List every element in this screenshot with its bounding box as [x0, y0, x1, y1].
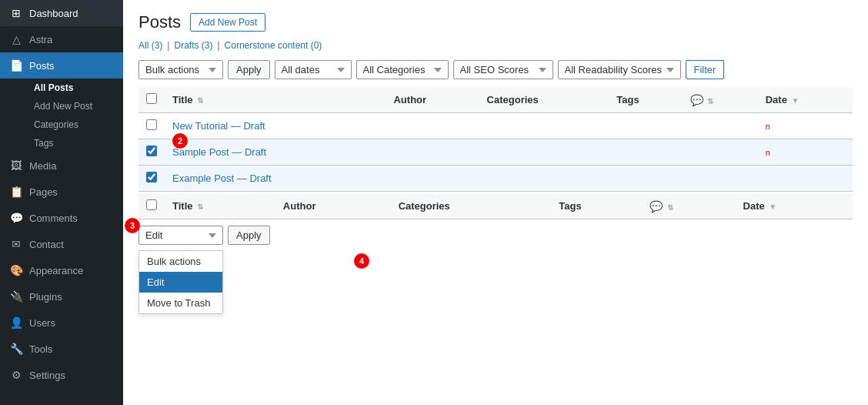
title-sort-icon[interactable]: ⇅	[197, 96, 203, 105]
page-header: Posts Add New Post 1	[139, 12, 853, 32]
dropdown-move-to-trash[interactable]: Move to Trash	[139, 293, 222, 313]
filter-links: All (3) | Drafts (3) | Cornerstone conte…	[139, 40, 853, 51]
bulk-actions-dropdown-menu: Bulk actions Edit Move to Trash	[139, 250, 223, 314]
sidebar-item-posts[interactable]: 📄 Posts	[0, 52, 123, 79]
bottom-toolbar: 3 Bulk actions Edit Move to Trash Bulk a…	[139, 226, 853, 245]
readability-select[interactable]: All Readability Scores	[558, 60, 681, 79]
tags-column-header: Tags	[609, 87, 683, 113]
dashboard-icon: ⊞	[9, 6, 23, 20]
row3-tags	[609, 166, 683, 192]
row2-checkbox-cell: 2	[139, 139, 165, 166]
row1-checkbox[interactable]	[146, 119, 157, 130]
top-apply-button[interactable]: Apply	[228, 60, 270, 79]
filter-all[interactable]: All (3)	[139, 40, 162, 51]
row3-checkbox-cell	[139, 166, 165, 192]
date-sort-icon[interactable]: ▼	[792, 96, 800, 105]
sidebar-item-settings[interactable]: ⚙ Settings	[0, 362, 123, 388]
bottom-bulk-actions-container: Bulk actions Edit Move to Trash Bulk act…	[139, 226, 223, 245]
row1-title-link[interactable]: New Tutorial — Draft	[172, 120, 265, 132]
row3-author	[386, 166, 479, 192]
row3-title-link[interactable]: Example Post — Draft	[172, 172, 272, 184]
bottom-bulk-actions-select[interactable]: Bulk actions Edit Move to Trash	[139, 226, 223, 245]
table-row: New Tutorial — Draft n	[139, 113, 853, 139]
comments-bottom-column-header: 💬 ⇅	[642, 193, 735, 219]
categories-select[interactable]: All Categories	[356, 60, 449, 79]
top-bulk-actions-container: Bulk actions Edit Move to Trash	[139, 60, 223, 79]
sidebar-item-plugins[interactable]: 🔌 Plugins	[0, 283, 123, 310]
author-bottom-column-header: Author	[275, 193, 391, 219]
sidebar-sub-add-new[interactable]: Add New Post	[28, 97, 123, 115]
dates-select[interactable]: All dates	[275, 60, 352, 79]
comments-icon-bottom-header: 💬	[649, 200, 663, 213]
title-bottom-sort-icon[interactable]: ⇅	[197, 202, 203, 211]
row2-title-link[interactable]: Sample Post — Draft	[172, 146, 266, 158]
sidebar-item-tools[interactable]: 🔧 Tools	[0, 336, 123, 362]
table-row: 2 Sample Post — Draft n	[139, 139, 853, 166]
date-column-header: Date ▼	[758, 87, 853, 113]
comments-sort-icon[interactable]: ⇅	[707, 97, 713, 105]
contact-icon: ✉	[9, 237, 23, 251]
main-content: Posts Add New Post 1 All (3) | Drafts (3…	[123, 0, 868, 405]
sidebar-item-media[interactable]: 🖼 Media	[0, 152, 123, 179]
posts-table: Title ⇅ Author Categories Tags 💬 ⇅ Date …	[139, 87, 853, 192]
row2-author	[386, 139, 479, 166]
row1-comments	[683, 113, 758, 139]
row1-date: n	[758, 113, 853, 139]
dropdown-edit[interactable]: Edit	[139, 272, 222, 293]
row2-comments	[683, 139, 758, 166]
dropdown-bulk-actions[interactable]: Bulk actions	[139, 251, 222, 272]
row3-title: Example Post — Draft	[165, 166, 386, 192]
row1-author	[386, 113, 479, 139]
sidebar-item-astra[interactable]: △ Astra	[0, 26, 123, 52]
sidebar-item-dashboard[interactable]: ⊞ Dashboard	[0, 0, 123, 26]
users-icon: 👤	[9, 316, 23, 330]
title-bottom-column-header: Title ⇅	[165, 193, 275, 219]
table-row: Example Post — Draft	[139, 166, 853, 192]
sidebar-item-appearance[interactable]: 🎨 Appearance	[0, 257, 123, 283]
row2-categories	[479, 139, 609, 166]
select-all-checkbox[interactable]	[146, 93, 157, 104]
row3-checkbox[interactable]	[146, 172, 157, 182]
row1-title: New Tutorial — Draft	[165, 113, 386, 139]
row2-tags	[609, 139, 683, 166]
row1-tags	[609, 113, 683, 139]
add-new-post-button[interactable]: Add New Post	[190, 13, 265, 32]
row3-date	[758, 166, 853, 192]
title-column-header: Title ⇅	[165, 87, 386, 113]
settings-icon: ⚙	[9, 368, 23, 382]
top-bulk-actions-select[interactable]: Bulk actions Edit Move to Trash	[139, 60, 223, 79]
sidebar-item-contact[interactable]: ✉ Contact	[0, 231, 123, 257]
sidebar-item-users[interactable]: 👤 Users	[0, 310, 123, 336]
pages-icon: 📋	[9, 185, 23, 199]
posts-icon: 📄	[9, 59, 23, 72]
annotation-3: 3	[125, 218, 140, 233]
sidebar-item-comments[interactable]: 💬 Comments	[0, 205, 123, 231]
row2-title: Sample Post — Draft	[165, 139, 386, 166]
comments-bottom-sort-icon[interactable]: ⇅	[667, 203, 673, 212]
tags-bottom-column-header: Tags	[551, 193, 642, 219]
page-title: Posts	[139, 12, 181, 32]
top-toolbar: Bulk actions Edit Move to Trash Apply Al…	[139, 60, 853, 79]
select-all-bottom-checkbox[interactable]	[146, 199, 157, 210]
annotation-4: 4	[354, 253, 369, 269]
sidebar-sub-tags[interactable]: Tags	[28, 134, 123, 152]
astra-icon: △	[9, 32, 23, 46]
sidebar-sub-all-posts[interactable]: All Posts	[28, 79, 123, 97]
tools-icon: 🔧	[9, 342, 23, 356]
date-bottom-sort-icon[interactable]: ▼	[769, 202, 776, 211]
filter-cornerstone[interactable]: Cornerstone content (0)	[225, 40, 322, 51]
annotation-2: 2	[172, 133, 188, 149]
seo-scores-select[interactable]: All SEO Scores	[453, 60, 553, 79]
bottom-apply-button[interactable]: Apply	[228, 226, 270, 245]
row2-date: n	[758, 139, 853, 166]
appearance-icon: 🎨	[9, 263, 23, 277]
row3-categories	[479, 166, 609, 192]
row2-checkbox[interactable]	[146, 146, 157, 156]
sidebar-item-pages[interactable]: 📋 Pages	[0, 179, 123, 205]
bottom-posts-table-header: Title ⇅ Author Categories Tags 💬 ⇅ Date …	[139, 193, 853, 219]
filter-drafts[interactable]: Drafts (3)	[174, 40, 212, 51]
filter-button[interactable]: Filter	[686, 60, 725, 79]
categories-bottom-column-header: Categories	[391, 193, 552, 219]
select-all-header	[139, 87, 165, 113]
sidebar-sub-categories[interactable]: Categories	[28, 115, 123, 134]
